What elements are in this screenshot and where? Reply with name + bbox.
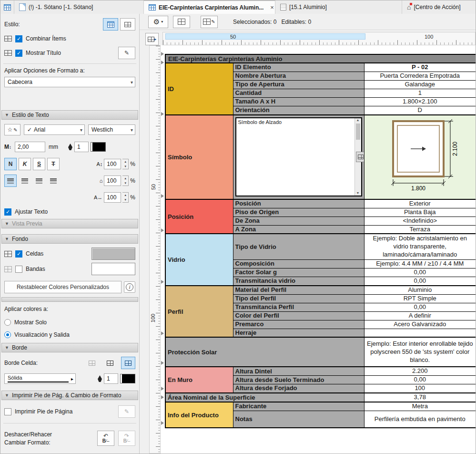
field-value-cell[interactable]: 0,00 <box>364 303 476 311</box>
field-label-cell[interactable]: Altura Dintel <box>233 367 364 375</box>
style-grid-button-2[interactable] <box>120 18 135 31</box>
tab-action-center[interactable]: ⌂ [Centro de Acción] <box>402 0 476 14</box>
edit-footer-button[interactable]: ✎ <box>118 405 135 418</box>
bands-color-swatch[interactable] <box>91 263 135 275</box>
edit-title-button[interactable]: ✎ <box>118 47 135 59</box>
align-center-button[interactable] <box>19 175 31 187</box>
combine-items-checkbox[interactable]: ✓ <box>15 35 22 42</box>
tab-schedule[interactable]: EIE-Carpinterías Carpinterías Alumin... … <box>144 0 275 14</box>
text-pen-color-swatch[interactable] <box>91 142 106 152</box>
group-cell[interactable]: ID <box>165 63 233 115</box>
field-label-cell[interactable]: Notas <box>233 411 364 428</box>
section-preview[interactable]: ▼ Vista Previa <box>1 219 138 228</box>
field-value-cell[interactable]: Perfilería embutida en pavimento <box>364 411 476 428</box>
field-label-cell[interactable]: Composición <box>233 259 364 268</box>
edit-scheme-button[interactable]: ✎ <box>201 16 218 28</box>
underline-button[interactable]: S <box>33 158 45 170</box>
close-icon[interactable]: × <box>270 4 274 10</box>
field-value-cell[interactable]: 3,78 <box>364 393 476 402</box>
tab-layout[interactable]: [15.1 Aluminio] <box>275 0 402 14</box>
field-label-cell[interactable]: Factor Solar g <box>233 268 364 277</box>
field-label-cell[interactable]: Altura desde Suelo Terminado <box>233 376 364 384</box>
scroll-thumb[interactable] <box>356 124 360 140</box>
border-outline-button[interactable] <box>103 357 117 369</box>
border-pen-color-swatch[interactable] <box>120 374 135 383</box>
field-value-cell[interactable]: 100 <box>364 384 476 393</box>
line-type-select[interactable]: Sólida ▸ <box>4 373 76 384</box>
field-value-cell[interactable]: 0,00 <box>364 268 476 277</box>
field-value-cell[interactable]: Acero Galvanizado <box>364 320 476 329</box>
field-value-cell[interactable]: Ejemplo: 4.4 MM / ≥10 / 4.4 MM <box>364 259 476 268</box>
font-size-input[interactable]: 2,00 <box>15 142 45 152</box>
field-label-cell[interactable]: De Zona <box>233 217 364 225</box>
field-value-cell[interactable]: 1 <box>364 89 476 97</box>
field-label-cell[interactable]: A Zona <box>233 225 364 234</box>
favorite-style-button[interactable]: ☆✎ <box>4 124 20 135</box>
header-options-button[interactable] <box>173 16 190 28</box>
line-spacing-stepper[interactable]: ▲▼ <box>122 159 129 169</box>
align-justify-button[interactable] <box>47 175 60 187</box>
group-cell[interactable]: Símbolo <box>165 115 233 199</box>
field-value-cell[interactable]: 0,00 <box>364 376 476 384</box>
undo-format-button[interactable]: ↶ B∕– <box>97 431 114 446</box>
field-label-cell[interactable]: Herraje <box>233 329 364 337</box>
font-script-select[interactable]: Westlich ▾ <box>88 124 135 135</box>
field-label-cell[interactable]: Color del Perfil <box>233 311 364 320</box>
scroll-up-icon[interactable]: ▲ <box>356 118 360 123</box>
bands-checkbox[interactable] <box>15 266 22 273</box>
field-value-cell[interactable]: Terraza <box>364 225 476 234</box>
group-cell[interactable]: En Muro <box>165 367 233 393</box>
field-value-cell[interactable]: Aluminio <box>364 286 476 294</box>
tracking-stepper[interactable]: ▲▼ <box>122 192 129 203</box>
print-footer-checkbox[interactable] <box>4 408 11 415</box>
field-value-cell[interactable]: Galandage <box>364 80 476 89</box>
redo-format-button[interactable]: ↷ B∕– <box>118 431 135 446</box>
width-factor-input[interactable]: 100 <box>104 175 121 186</box>
field-label-cell[interactable]: Transmitancia Perfil <box>233 303 364 311</box>
border-pen-input[interactable]: 1 <box>104 373 118 384</box>
field-value-cell[interactable]: <Indefinido> <box>364 217 476 225</box>
field-label-cell[interactable]: Cantidad <box>233 89 364 97</box>
field-label-cell[interactable]: Tipo de Vidrio <box>233 234 364 259</box>
scheme-settings-button[interactable]: ⚙ ▾ <box>148 16 168 28</box>
field-value-cell[interactable]: A definir <box>364 311 476 320</box>
group-cell[interactable]: Perfil <box>165 286 233 337</box>
show-only-radio[interactable] <box>4 319 11 326</box>
field-value-cell[interactable]: Ejemplo: Estor interior enrollable tejid… <box>364 337 476 367</box>
field-value-cell[interactable]: Metra <box>364 402 476 411</box>
field-label-cell[interactable]: Posición <box>233 199 364 208</box>
field-value-cell[interactable]: Ejemplo: Doble acristalamiento en vidrio… <box>364 234 476 259</box>
field-label-cell[interactable]: Transmitancia vidrio <box>233 277 364 285</box>
field-value-cell[interactable]: RPT Simple <box>364 294 476 303</box>
schedule-window-icon[interactable] <box>0 0 14 14</box>
format-target-select[interactable]: Cabecera ▾ <box>4 77 135 87</box>
group-cell[interactable]: Posición <box>165 199 233 234</box>
field-label-cell[interactable]: Premarco <box>233 320 364 329</box>
show-title-checkbox[interactable]: ✓ <box>15 50 22 57</box>
bold-button[interactable]: N <box>4 158 17 170</box>
horizontal-ruler[interactable]: 50 100 <box>162 32 476 45</box>
reset-custom-colors-button[interactable]: Restablecer Colores Personalizados <box>4 281 122 293</box>
cells-color-swatch[interactable] <box>91 248 135 260</box>
section-background[interactable]: ▼ Fondo <box>1 234 138 244</box>
vertical-ruler[interactable]: 50 100 <box>149 45 161 454</box>
field-value-cell[interactable]: P - 02 <box>364 63 476 72</box>
group-cell[interactable]: Info del Producto <box>165 402 233 428</box>
field-label-cell[interactable]: Altura desde Forjado <box>233 384 364 393</box>
border-none-button[interactable] <box>85 357 99 369</box>
line-spacing-input[interactable]: 100 <box>104 159 121 169</box>
field-label-cell[interactable]: Piso de Origen <box>233 208 364 217</box>
field-value-cell[interactable]: Exterior <box>364 199 476 208</box>
field-label-cell[interactable]: Material del Perfil <box>233 286 364 294</box>
symbol-preview-cell[interactable]: Símbolo de Alzado ▲ ▼ <box>233 115 364 199</box>
schedule-title[interactable]: EIE-Carpinterías Carpinterías Aluminio <box>165 54 476 63</box>
schedule-canvas[interactable]: EIE-Carpinterías Carpinterías Aluminio I… <box>161 45 476 454</box>
schedule-corner-button[interactable]: ▸ <box>145 33 159 45</box>
strikethrough-button[interactable]: T <box>47 158 60 170</box>
group-cell[interactable]: Vidrio <box>165 234 233 285</box>
width-factor-stepper[interactable]: ▲▼ <box>122 175 129 186</box>
scroll-down-icon[interactable]: ▼ <box>356 191 360 196</box>
field-value-cell[interactable]: 1.800×2.100 <box>364 97 476 106</box>
border-all-button[interactable] <box>121 357 135 369</box>
section-print-footer[interactable]: ▼ Imprimir Pie de Pág. & Cambio de Forma… <box>1 391 138 400</box>
